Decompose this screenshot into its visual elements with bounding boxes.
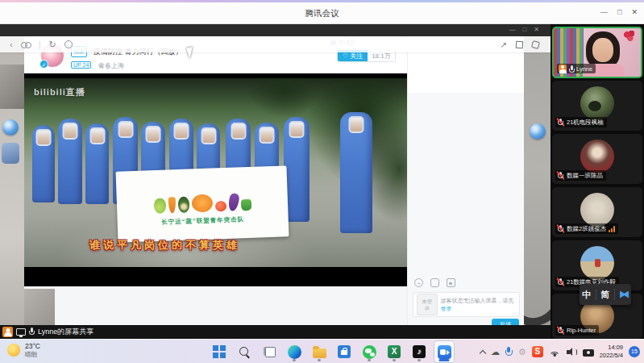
page-lower-area — [24, 286, 407, 325]
share-banner-text: Lynne的屏幕共享 — [38, 327, 93, 337]
ime-charset-mode[interactable]: 简 — [600, 289, 609, 301]
background-photo — [0, 65, 24, 109]
excel-icon: X — [388, 345, 401, 358]
ime-divider — [596, 289, 596, 300]
shared-screen: — □ ✕ ✓ 独家 疫情防控 青力同行（回放） 30.8万 ♡ — [0, 24, 551, 339]
ime-language-mode[interactable]: 中 — [582, 289, 591, 301]
anime-sticker-icon — [2, 119, 19, 136]
tiktok-icon: ♪ — [413, 345, 426, 358]
file-explorer-button[interactable] — [310, 341, 329, 362]
back-icon[interactable]: ‹ — [10, 40, 13, 49]
mic-muted-icon — [557, 118, 564, 127]
edge-button[interactable] — [285, 341, 304, 362]
pear-icon — [153, 198, 166, 215]
browser-window-controls: — □ ✕ — [509, 26, 539, 33]
share-icon[interactable]: ↗ — [501, 40, 507, 49]
video-frame: 长宁运“蔬”联盟青年突击队 bilibili直播 谁说平凡岗位的不算英雄 — [24, 78, 407, 267]
video-subtitle: 谁说平凡岗位的不算英雄 — [42, 238, 288, 252]
taskbar-clock[interactable]: 14:09 2022/5/4 — [600, 344, 623, 360]
heart-icon: ♡ — [343, 52, 348, 60]
camera-in-use-icon[interactable] — [583, 349, 594, 357]
verified-badge-icon: ✓ — [39, 60, 48, 69]
close-button[interactable]: ✕ — [631, 8, 638, 16]
wifi-icon[interactable] — [549, 348, 561, 357]
mic-on-icon — [569, 65, 574, 73]
task-view-icon — [264, 347, 276, 357]
tiktok-button[interactable]: ♪ — [409, 341, 429, 362]
uploader-name[interactable]: 青春上海 — [98, 61, 124, 70]
avocado-icon — [177, 197, 189, 213]
login-link[interactable]: 登录 — [441, 306, 452, 311]
bilibili-live-watermark: bilibili直播 — [34, 86, 85, 98]
temperature: 23°C — [25, 342, 40, 351]
screen-share-icon — [16, 328, 26, 336]
danmaku-settings-icon[interactable] — [430, 278, 439, 287]
weather-widget[interactable]: 23°C 晴朗 — [7, 342, 40, 358]
participant-tile-lynne[interactable]: Lynne — [552, 27, 642, 78]
annotation-toolbar: ‹ | ↻ ↗ — [0, 36, 551, 52]
ime-toolbar[interactable]: 中 简 — [580, 284, 631, 305]
speaker-icon[interactable] — [567, 348, 577, 357]
browser-maximize-button[interactable]: □ — [522, 26, 526, 33]
presenter-badge-icon — [2, 327, 13, 337]
cube-icon[interactable] — [516, 40, 523, 48]
task-view-button[interactable] — [260, 341, 279, 362]
participant-tile[interactable]: 21机电段枫楠 — [552, 81, 642, 131]
start-button[interactable] — [210, 341, 229, 362]
participant-face — [592, 38, 613, 62]
refresh-icon[interactable]: ↻ — [49, 40, 56, 50]
pumpkin-icon — [191, 194, 213, 213]
avatar — [580, 86, 614, 120]
participant-tile[interactable]: 数媒2班姚俊杰 — [552, 187, 642, 237]
desktop-wallpaper-strip — [524, 36, 551, 325]
vegetable-banner: 长宁运“蔬”联盟青年突击队 — [116, 165, 289, 242]
meeting-titlebar: 腾讯会议 — □ ✕ — [0, 2, 644, 24]
store-button[interactable] — [334, 341, 354, 362]
guest-status-badge: 未登录 — [417, 294, 438, 315]
video-player[interactable]: 长宁运“蔬”联盟青年突击队 bilibili直播 谁说平凡岗位的不算英雄 — [24, 73, 407, 286]
edge-icon — [288, 345, 301, 359]
danmaku-input[interactable]: 未登录 游客状态无法输入弹幕，请先登录 — [413, 292, 520, 317]
windows-taskbar: 23°C 晴朗 X ♪ ☁ ⚙ S 14:09 — [0, 339, 644, 363]
maximize-button[interactable]: □ — [617, 8, 621, 16]
mic-muted-icon — [557, 277, 564, 286]
rotate-window-icon[interactable] — [531, 40, 540, 49]
globe-icon[interactable] — [64, 40, 73, 48]
person-figure — [85, 123, 109, 204]
thumbnail-image — [24, 289, 55, 325]
notification-badge[interactable]: 15 — [629, 346, 640, 357]
mic-muted-icon — [557, 171, 564, 180]
participant-tile[interactable]: 数媒一班陈晶 — [552, 134, 642, 184]
participant-tile[interactable]: 21数媒电竞刘作毅 — [552, 240, 642, 290]
sogou-input-icon[interactable]: S — [532, 346, 543, 357]
tomato-icon — [214, 201, 226, 211]
ime-skin-icon[interactable] — [620, 291, 629, 298]
mic-muted-icon — [557, 224, 564, 233]
weather-desc: 晴朗 — [25, 351, 40, 358]
system-tray: ☁ ⚙ S 14:09 2022/5/4 15 — [480, 341, 640, 362]
participant-name: 数媒2班姚俊杰 — [567, 225, 606, 233]
browser-minimize-button[interactable]: — — [509, 26, 515, 33]
browser-close-button[interactable]: ✕ — [534, 26, 539, 33]
folder-icon — [313, 348, 326, 358]
send-button[interactable]: 发送 — [492, 319, 519, 325]
person-figure — [340, 112, 372, 233]
search-button[interactable] — [235, 341, 254, 362]
window-controls: — □ ✕ — [600, 8, 638, 16]
tray-expand-icon[interactable] — [480, 349, 486, 356]
banner-text: 长宁运“蔬”联盟青年突击队 — [118, 214, 289, 227]
anime-sticker-icon — [2, 143, 19, 164]
anime-sticker-icon — [530, 123, 546, 140]
host-badge-icon — [559, 65, 567, 73]
excel-button[interactable]: X — [384, 341, 404, 362]
link-icon[interactable] — [21, 40, 31, 48]
tencent-meeting-button[interactable] — [434, 341, 454, 362]
mic-in-use-icon[interactable] — [505, 347, 513, 357]
wechat-button[interactable] — [359, 341, 379, 362]
settings-gear-icon[interactable]: ⚙ — [518, 347, 526, 357]
onedrive-cloud-icon[interactable]: ☁ — [491, 347, 500, 357]
image-icon[interactable] — [447, 278, 455, 287]
date: 2022/5/4 — [600, 352, 623, 360]
emoji-icon[interactable] — [414, 278, 423, 287]
minimize-button[interactable]: — — [600, 8, 608, 16]
